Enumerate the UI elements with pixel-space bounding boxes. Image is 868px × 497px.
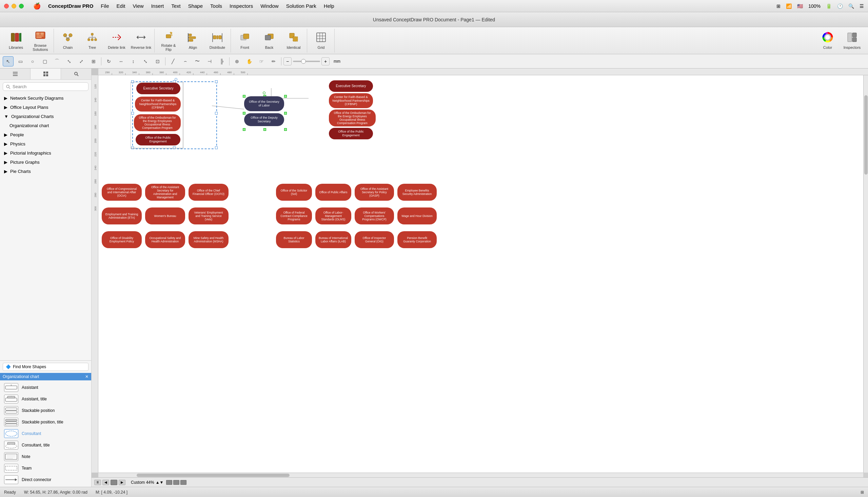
sel-handle-br[interactable]	[215, 146, 218, 149]
reverse-link-button[interactable]: Reverse link	[129, 30, 153, 52]
pan-tool[interactable]: ☞	[256, 56, 267, 67]
fullscreen-button[interactable]	[19, 4, 24, 9]
nav-item-pictorial[interactable]: ▶ Pictorial Infographics	[0, 148, 91, 158]
v-scrollbar[interactable]	[863, 75, 868, 472]
menu-window[interactable]: Window	[257, 2, 282, 10]
notification-icon[interactable]: ☰	[859, 3, 864, 9]
chain-button[interactable]: Chain	[56, 30, 80, 52]
menu-help[interactable]: Help	[321, 2, 338, 10]
panel-tab-grid[interactable]	[30, 69, 61, 79]
delete-link-button[interactable]: Delete link	[105, 30, 128, 52]
menu-solution-park[interactable]: Solution Park	[283, 2, 320, 10]
pen-tool[interactable]: ✏	[268, 56, 279, 67]
view-mode-2[interactable]	[173, 480, 179, 485]
node-cfbnp-selected[interactable]: Center for Faith-Based & Neighborhood Pa…	[135, 97, 181, 112]
nav-item-pie-charts[interactable]: ▶ Pie Charts	[0, 167, 91, 176]
sel-handle-sec-tr[interactable]	[284, 95, 287, 98]
zoom-dropdown-icon[interactable]: ▲▼	[156, 480, 164, 485]
shape-item-consultant-title[interactable]: Consultant, title	[1, 439, 90, 451]
node-vets[interactable]: Veterans' Employment and Training Servic…	[188, 208, 229, 224]
nav-item-picture-graphs[interactable]: ▶ Picture Graphs	[0, 158, 91, 167]
close-library-button[interactable]: ✕	[85, 374, 88, 379]
resize-tool[interactable]: ⤡	[140, 56, 151, 67]
menu-text[interactable]: Text	[168, 2, 184, 10]
shape-item-stackable[interactable]: Stackable position	[1, 405, 90, 416]
identical-button[interactable]: Identical	[282, 30, 305, 52]
flip-v-tool[interactable]: ↕	[128, 56, 139, 67]
canvas-surface[interactable]: Executive Secretary Center for Faith-Bas…	[98, 75, 868, 472]
window-manager-icon[interactable]: ⊞	[777, 3, 781, 9]
node-osha[interactable]: Occupational Safety and Health Administr…	[145, 231, 185, 248]
connector2-tool[interactable]: ⊣	[204, 56, 215, 67]
node-executive-secretary-selected[interactable]: Executive Secretary	[136, 83, 180, 94]
play-stop-button[interactable]: ⏸	[94, 480, 101, 485]
menu-file[interactable]: File	[97, 2, 112, 10]
hand-tool[interactable]: ✋	[244, 56, 255, 67]
node-public-affairs[interactable]: Office of Public Affairs	[315, 184, 351, 201]
zoom-out-button[interactable]: −	[283, 57, 291, 66]
menu-insert[interactable]: Insert	[148, 2, 168, 10]
node-asam[interactable]: Office of the Assistant Secretary for Ad…	[145, 184, 185, 201]
menu-inspectors[interactable]: Inspectors	[226, 2, 256, 10]
align-button[interactable]: Align	[181, 30, 205, 52]
node-public-engagement-far-right[interactable]: Office of the Public Engagement	[329, 128, 373, 139]
node-ocia[interactable]: Office of Congressional and Internationa…	[102, 184, 142, 201]
group-tool[interactable]: ⊡	[152, 56, 163, 67]
ellipse-tool[interactable]: ○	[27, 56, 38, 67]
page-prev-button[interactable]: ◀	[102, 480, 109, 485]
flip-h-tool[interactable]: ↔	[116, 56, 127, 67]
bezier-tool[interactable]: 〜	[192, 56, 203, 67]
multiline-tool[interactable]: ╠	[216, 56, 227, 67]
shape-item-stackable-title[interactable]: Stackable position, title	[1, 416, 90, 428]
node-ebsa[interactable]: Employee Benefits Security Administratio…	[397, 184, 437, 201]
nav-item-physics[interactable]: ▶ Physics	[0, 139, 91, 148]
back-button[interactable]: Back	[257, 30, 281, 52]
inspectors-button[interactable]: Inspectors	[840, 30, 864, 52]
select-tool[interactable]: ↖	[3, 56, 14, 67]
zoom-in-button[interactable]: +	[322, 57, 330, 66]
find-more-shapes-button[interactable]: 🔷 Find More Shapes	[3, 363, 88, 371]
sel-handle-sec-ml[interactable]	[243, 112, 245, 115]
menu-app-name[interactable]: ConceptDraw PRO	[45, 2, 97, 10]
node-ombudsman-selected[interactable]: Office of the Ombudsman for the Energy E…	[134, 114, 181, 131]
rotate-flip-button[interactable]: Rotate & Flip	[157, 30, 180, 52]
node-cfbnp-far-right[interactable]: Center for Faith-Based & Neighborhood Pa…	[329, 93, 373, 108]
view-mode-3[interactable]	[180, 480, 186, 485]
line-tool[interactable]: ╱	[168, 56, 179, 67]
shape-item-assistant[interactable]: Assistant	[1, 382, 90, 393]
libraries-button[interactable]: Libraries	[4, 30, 28, 52]
panel-tab-list[interactable]	[0, 69, 30, 79]
node-eta[interactable]: Employment and Training Administration (…	[102, 208, 142, 224]
sel-handle-sec-tl[interactable]	[243, 95, 245, 98]
v-scroll-thumb[interactable]	[864, 95, 868, 174]
anchor-secretary-top[interactable]	[263, 91, 266, 94]
nav-item-org-charts[interactable]: ▼ Organizational Charts	[0, 112, 91, 121]
nav-item-people[interactable]: ▶ People	[0, 130, 91, 139]
sel-handle-tl[interactable]	[131, 80, 134, 83]
browse-solutions-button[interactable]: Browse Solutions	[28, 30, 52, 52]
node-ilab[interactable]: Bureau of International Labor Affairs (I…	[315, 231, 351, 248]
color-button[interactable]: Color	[816, 30, 840, 52]
page-next-button[interactable]: ▶	[119, 480, 126, 485]
node-deputy-secretary[interactable]: Office of the Deputy Secretary	[244, 113, 284, 126]
panel-tab-search[interactable]	[61, 69, 91, 79]
node-oasp[interactable]: Office of the Assistant Secretary for Po…	[355, 184, 394, 201]
node-pbgc[interactable]: Pension Benefit Guaranty Corporation	[397, 231, 437, 248]
node-odep[interactable]: Office of Disability Employment Policy	[102, 231, 142, 248]
distribute-button[interactable]: Distribute	[205, 30, 229, 52]
sel-handle-tr[interactable]	[215, 80, 218, 83]
node-secretary-of-labor[interactable]: Office of the Secretary of Labor	[244, 96, 284, 111]
search-icon[interactable]: 🔍	[848, 3, 854, 9]
shape-item-consultant[interactable]: Consultant	[1, 428, 90, 439]
node-olms[interactable]: Office of Labor-Management Standards (OL…	[315, 208, 351, 224]
search-input[interactable]	[13, 84, 85, 89]
node-ocfo[interactable]: Office of the Chief Financial Officer (O…	[188, 184, 229, 201]
sel-handle-sec-bm[interactable]	[264, 128, 266, 131]
nav-item-office-layout[interactable]: ▶ Office Layout Plans	[0, 103, 91, 112]
sel-handle-ml[interactable]	[131, 112, 134, 115]
node-womens-bureau[interactable]: Women's Bureau	[145, 208, 185, 224]
curve-tool[interactable]: ⌒	[52, 56, 62, 67]
h-scroll-thumb[interactable]	[137, 473, 289, 477]
sel-handle-bm[interactable]	[173, 146, 176, 149]
rectangle-tool[interactable]: ▭	[15, 56, 26, 67]
